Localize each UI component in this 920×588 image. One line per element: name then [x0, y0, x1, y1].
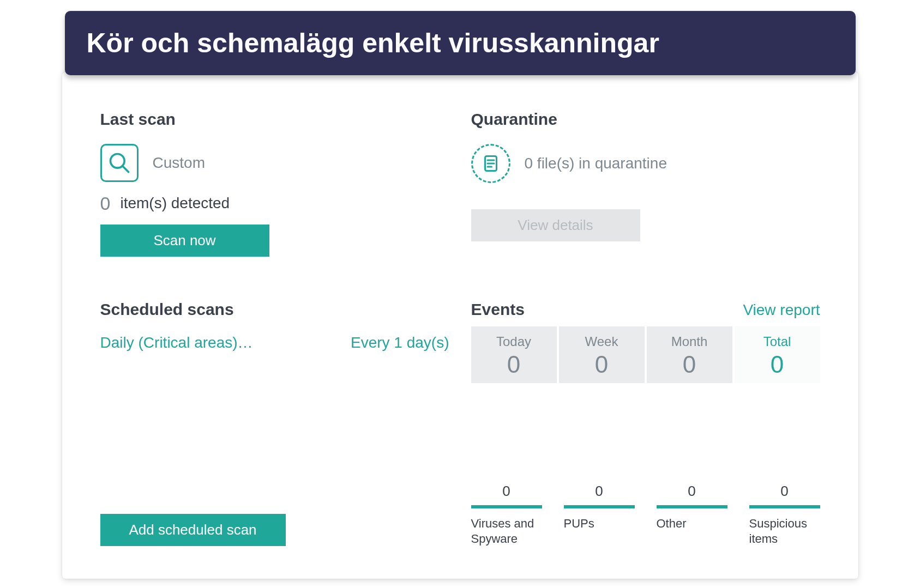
- category-viruses: 0 Viruses and Spyware: [471, 483, 542, 546]
- quarantine-heading: Quarantine: [471, 110, 820, 129]
- events-period-grid: Today 0 Week 0 Month 0 Total 0: [471, 326, 820, 383]
- magnify-icon: [100, 144, 139, 182]
- category-label: PUPs: [564, 516, 635, 531]
- scheduled-heading: Scheduled scans: [100, 300, 449, 319]
- bar-icon: [471, 505, 542, 508]
- detected-count: 0: [100, 194, 111, 213]
- bar-icon: [657, 505, 727, 508]
- quarantine-section: Quarantine 0 file(s) in quarantine View …: [471, 110, 820, 257]
- scheduled-item-name: Daily (Critical areas)…: [100, 334, 253, 351]
- events-today-cell[interactable]: Today 0: [471, 326, 557, 383]
- view-report-link[interactable]: View report: [743, 301, 820, 319]
- category-other: 0 Other: [657, 483, 727, 546]
- category-pups: 0 PUPs: [564, 483, 635, 546]
- scheduled-item-freq: Every 1 day(s): [351, 334, 449, 351]
- add-scheduled-scan-button[interactable]: Add scheduled scan: [100, 514, 286, 546]
- events-week-cell[interactable]: Week 0: [559, 326, 645, 383]
- events-total-cell[interactable]: Total 0: [735, 326, 820, 383]
- scan-now-button[interactable]: Scan now: [100, 225, 269, 257]
- events-label: Month: [647, 334, 732, 349]
- last-scan-heading: Last scan: [100, 110, 449, 129]
- events-heading: Events: [471, 300, 525, 319]
- banner-title: Kör och schemalägg enkelt virusskanninga…: [87, 28, 659, 58]
- category-label: Viruses and Spyware: [471, 516, 542, 546]
- events-value: 0: [647, 353, 732, 377]
- bar-icon: [564, 505, 635, 508]
- view-details-button: View details: [471, 209, 640, 241]
- scheduled-section: Scheduled scans Daily (Critical areas)… …: [100, 300, 449, 383]
- events-value: 0: [735, 353, 820, 377]
- document-icon: [471, 144, 510, 183]
- last-scan-type: Custom: [153, 154, 205, 172]
- category-value: 0: [564, 483, 635, 500]
- svg-line-1: [122, 166, 128, 172]
- category-label: Suspicious items: [749, 516, 820, 546]
- events-label: Total: [735, 334, 820, 349]
- main-panel: Last scan Custom 0 item(s) detected Scan…: [62, 72, 858, 579]
- category-value: 0: [471, 483, 542, 500]
- scheduled-item[interactable]: Daily (Critical areas)… Every 1 day(s): [100, 334, 449, 351]
- category-value: 0: [749, 483, 820, 500]
- events-categories: 0 Viruses and Spyware 0 PUPs 0 Other: [471, 483, 820, 546]
- events-label: Week: [559, 334, 645, 349]
- category-value: 0: [657, 483, 727, 500]
- last-scan-section: Last scan Custom 0 item(s) detected Scan…: [100, 110, 449, 257]
- detected-suffix: item(s) detected: [120, 195, 230, 212]
- events-value: 0: [471, 353, 557, 377]
- events-section: Events View report Today 0 Week 0 Month …: [471, 300, 820, 383]
- quarantine-status: 0 file(s) in quarantine: [525, 155, 667, 172]
- events-value: 0: [559, 353, 645, 377]
- events-month-cell[interactable]: Month 0: [647, 326, 732, 383]
- detected-row: 0 item(s) detected: [100, 194, 449, 213]
- events-label: Today: [471, 334, 557, 349]
- page-banner: Kör och schemalägg enkelt virusskanninga…: [65, 11, 856, 75]
- category-label: Other: [657, 516, 727, 531]
- bar-icon: [749, 505, 820, 508]
- category-suspicious: 0 Suspicious items: [749, 483, 820, 546]
